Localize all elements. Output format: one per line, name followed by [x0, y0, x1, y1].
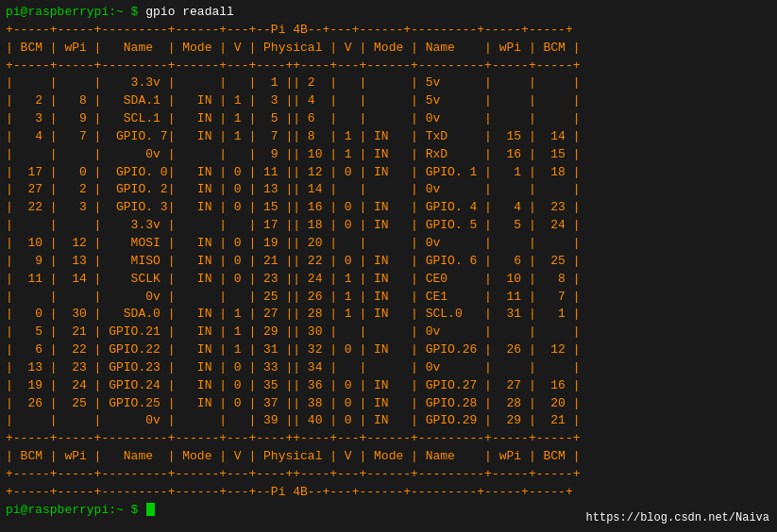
terminal-line: | 10 | 12 | MOSI | IN | 0 | 19 || 20 | |…	[6, 235, 771, 253]
terminal-line: | 19 | 24 | GPIO.24 | IN | 0 | 35 || 36 …	[6, 377, 771, 395]
terminal-line: pi@raspberrypi:~ $ gpio readall	[6, 4, 771, 22]
terminal-line: | | | 0v | | | 39 || 40 | 0 | IN | GPIO.…	[6, 412, 771, 430]
terminal-line: | 26 | 25 | GPIO.25 | IN | 0 | 37 || 38 …	[6, 395, 771, 413]
terminal-line: | | | 0v | | | 25 || 26 | 1 | IN | CE1 |…	[6, 289, 771, 307]
terminal-line: | 22 | 3 | GPIO. 3| IN | 0 | 15 || 16 | …	[6, 199, 771, 217]
terminal-line: | 2 | 8 | SDA.1 | IN | 1 | 3 || 4 | | | …	[6, 92, 771, 110]
terminal-line: | | | 0v | | | 9 || 10 | 1 | IN | RxD | …	[6, 146, 771, 164]
terminal-line: +-----+-----+---------+------+---+--Pi 4…	[6, 22, 771, 40]
terminal-line: | 5 | 21 | GPIO.21 | IN | 1 | 29 || 30 |…	[6, 324, 771, 341]
terminal-line: | BCM | wPi | Name | Mode | V | Physical…	[6, 40, 771, 58]
terminal-line: +-----+-----+---------+------+---+--Pi 4…	[6, 484, 771, 502]
terminal: pi@raspberrypi:~ $ gpio readall+-----+--…	[0, 0, 777, 532]
terminal-line: | | | 3.3v | | | 1 || 2 | | | 5v | | |	[6, 75, 771, 92]
terminal-line: +-----+-----+---------+------+---+----++…	[6, 430, 771, 448]
terminal-line: | 0 | 30 | SDA.0 | IN | 1 | 27 || 28 | 1…	[6, 306, 771, 324]
terminal-line: +-----+-----+---------+------+---+----++…	[6, 466, 771, 484]
terminal-line: | | | 3.3v | | | 17 || 18 | 0 | IN | GPI…	[6, 217, 771, 235]
terminal-line: +-----+-----+---------+------+---+----++…	[6, 58, 771, 75]
terminal-line: | BCM | wPi | Name | Mode | V | Physical…	[6, 448, 771, 466]
terminal-line: | 11 | 14 | SCLK | IN | 0 | 23 || 24 | 1…	[6, 271, 771, 289]
terminal-line: | 4 | 7 | GPIO. 7| IN | 1 | 7 || 8 | 1 |…	[6, 128, 771, 146]
terminal-line: | 27 | 2 | GPIO. 2| IN | 0 | 13 || 14 | …	[6, 181, 771, 199]
terminal-line: | 13 | 23 | GPIO.23 | IN | 0 | 33 || 34 …	[6, 359, 771, 377]
terminal-line: | 9 | 13 | MISO | IN | 0 | 21 || 22 | 0 …	[6, 253, 771, 271]
cursor	[146, 503, 155, 516]
terminal-line: | 17 | 0 | GPIO. 0| IN | 0 | 11 || 12 | …	[6, 164, 771, 182]
watermark: https://blog.csdn.net/Naiva	[586, 511, 769, 524]
terminal-line: | 3 | 9 | SCL.1 | IN | 1 | 5 || 6 | | | …	[6, 110, 771, 128]
terminal-line: | 6 | 22 | GPIO.22 | IN | 1 | 31 || 32 |…	[6, 341, 771, 359]
